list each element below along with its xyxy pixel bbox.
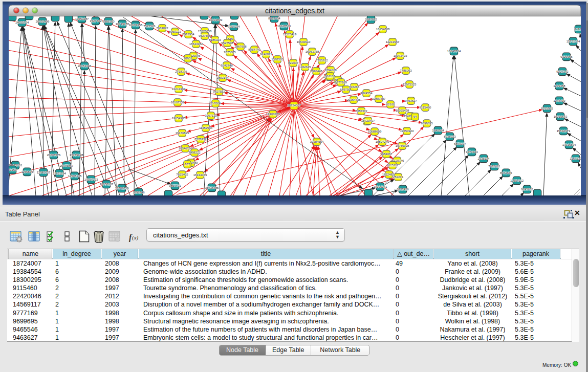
- svg-text:187: 187: [185, 163, 190, 166]
- svg-text:16782759: 16782759: [115, 187, 129, 190]
- svg-text:10973493: 10973493: [394, 54, 407, 57]
- svg-text:9329966: 9329966: [560, 55, 573, 58]
- svg-text:citations_edges.txt: citations_edges.txt: [265, 7, 324, 15]
- svg-text:9527508: 9527508: [221, 41, 233, 45]
- svg-text:9474444: 9474444: [466, 150, 478, 154]
- svg-text:3875685: 3875685: [224, 51, 236, 54]
- svg-text:16961758: 16961758: [306, 50, 319, 53]
- svg-text:1292346: 1292346: [133, 191, 145, 194]
- svg-text:20975867: 20975867: [60, 164, 74, 167]
- svg-text:1167533: 1167533: [570, 157, 582, 160]
- svg-text:8813054: 8813054: [268, 17, 280, 20]
- svg-text:14055724: 14055724: [15, 21, 29, 24]
- svg-text:961107: 961107: [325, 75, 335, 78]
- svg-text:9684067: 9684067: [380, 152, 393, 156]
- svg-text:8578332: 8578332: [194, 138, 207, 141]
- svg-text:7663822: 7663822: [156, 27, 168, 30]
- svg-text:18807249: 18807249: [376, 140, 389, 143]
- svg-text:16648764: 16648764: [447, 50, 461, 53]
- svg-text:1588520: 1588520: [271, 58, 284, 61]
- svg-text:10654112: 10654112: [510, 179, 524, 182]
- svg-text:14136141: 14136141: [374, 185, 387, 188]
- svg-text:10688609: 10688609: [368, 130, 382, 133]
- svg-text:9227342: 9227342: [556, 70, 569, 73]
- svg-text:17957223: 17957223: [84, 178, 98, 181]
- svg-text:12942757: 12942757: [37, 171, 51, 174]
- svg-text:9857791: 9857791: [169, 184, 181, 187]
- svg-text:11353594: 11353594: [199, 126, 213, 129]
- svg-text:6879197: 6879197: [454, 142, 466, 145]
- svg-text:1527602: 1527602: [90, 19, 102, 23]
- svg-text:20206576: 20206576: [47, 154, 61, 157]
- svg-text:15720407: 15720407: [361, 119, 375, 122]
- svg-text:16914479: 16914479: [193, 173, 207, 177]
- svg-text:10025438: 10025438: [396, 109, 409, 112]
- svg-text:8186323: 8186323: [209, 38, 221, 41]
- svg-text:7955812: 7955812: [316, 59, 328, 62]
- svg-text:9699695: 9699695: [421, 122, 433, 125]
- svg-text:3824554: 3824554: [360, 92, 373, 95]
- svg-text:3267130: 3267130: [205, 114, 217, 117]
- svg-text:19654923: 19654923: [400, 129, 414, 133]
- svg-text:12505135: 12505135: [68, 174, 82, 178]
- svg-text:9146821: 9146821: [260, 53, 272, 56]
- svg-text:8960123: 8960123: [169, 30, 181, 33]
- svg-text:10671355: 10671355: [129, 24, 143, 27]
- svg-text:19166825: 19166825: [176, 132, 189, 135]
- svg-text:1733426: 1733426: [397, 188, 409, 191]
- svg-text:18724007: 18724007: [287, 104, 301, 107]
- svg-text:2935114: 2935114: [478, 157, 490, 160]
- svg-text:2803144: 2803144: [216, 76, 229, 79]
- svg-text:8215955: 8215955: [541, 107, 553, 110]
- svg-text:1156829: 1156829: [21, 170, 34, 173]
- svg-text:2867608: 2867608: [234, 45, 247, 48]
- svg-text:1244419: 1244419: [553, 99, 565, 102]
- svg-text:822037: 822037: [288, 61, 299, 64]
- svg-text:1209358: 1209358: [553, 84, 565, 87]
- svg-text:10958107: 10958107: [100, 183, 114, 186]
- svg-text:6966160: 6966160: [102, 20, 115, 23]
- svg-text:18107552: 18107552: [171, 101, 185, 104]
- svg-text:8454749: 8454749: [248, 48, 260, 51]
- svg-text:9115460: 9115460: [420, 106, 432, 109]
- svg-text:19384554: 19384554: [310, 140, 324, 143]
- svg-text:8471676: 8471676: [500, 171, 512, 174]
- svg-text:746266: 746266: [349, 85, 360, 89]
- svg-text:16640910: 16640910: [297, 40, 311, 43]
- svg-text:8912954: 8912954: [182, 33, 194, 36]
- svg-text:1362615: 1362615: [299, 65, 311, 69]
- svg-text:9777169: 9777169: [335, 81, 347, 84]
- svg-text:3498222: 3498222: [188, 151, 201, 154]
- svg-text:7485063: 7485063: [400, 69, 412, 72]
- svg-text:11451194: 11451194: [53, 172, 66, 175]
- svg-text:10653287: 10653287: [75, 17, 89, 20]
- svg-text:19300273: 19300273: [266, 113, 280, 116]
- svg-text:9427552: 9427552: [213, 90, 225, 93]
- svg-text:2718176: 2718176: [175, 70, 187, 73]
- svg-text:64: 64: [413, 115, 417, 118]
- svg-text:(x): (x): [132, 234, 139, 241]
- svg-text:19756928: 19756928: [396, 144, 409, 147]
- svg-text:9245652: 9245652: [521, 188, 533, 191]
- svg-text:12213369: 12213369: [172, 87, 186, 91]
- svg-text:20091406: 20091406: [36, 20, 50, 23]
- svg-text:10807487: 10807487: [372, 97, 386, 100]
- svg-text:7625402: 7625402: [176, 173, 188, 176]
- svg-text:1640954: 1640954: [432, 129, 444, 132]
- svg-text:62160: 62160: [386, 103, 395, 106]
- svg-text:16154808: 16154808: [376, 28, 390, 31]
- svg-text:12975125: 12975125: [403, 83, 417, 86]
- svg-text:9242848: 9242848: [221, 64, 233, 67]
- svg-text:16033809: 16033809: [209, 18, 223, 21]
- svg-text:10210643: 10210643: [554, 115, 568, 118]
- svg-text:9463627: 9463627: [405, 99, 417, 102]
- svg-text:8990448: 8990448: [310, 70, 322, 73]
- svg-text:19654985: 19654985: [172, 117, 186, 120]
- svg-text:10046766: 10046766: [179, 147, 192, 150]
- svg-text:7515526: 7515526: [143, 25, 156, 28]
- svg-text:15716485: 15716485: [205, 186, 219, 189]
- svg-text:20364436: 20364436: [347, 98, 361, 101]
- svg-text:12213967: 12213967: [386, 40, 400, 43]
- svg-text:20053346: 20053346: [78, 64, 92, 68]
- svg-text:217004: 217004: [210, 102, 221, 105]
